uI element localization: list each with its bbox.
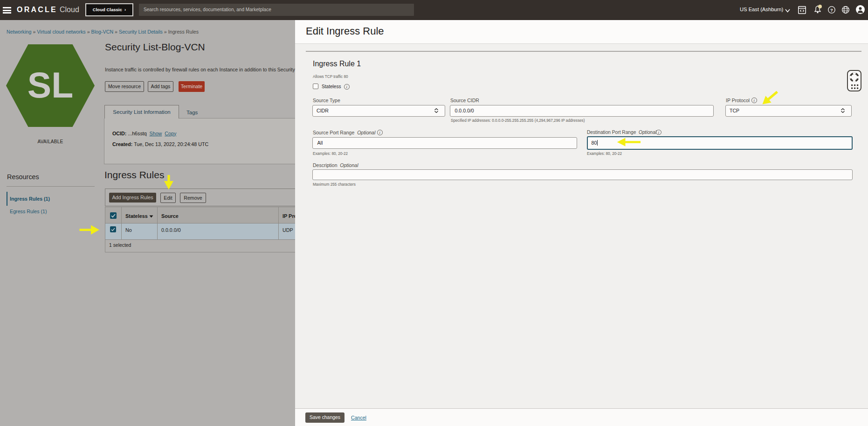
svg-text:?: ? xyxy=(830,7,833,13)
